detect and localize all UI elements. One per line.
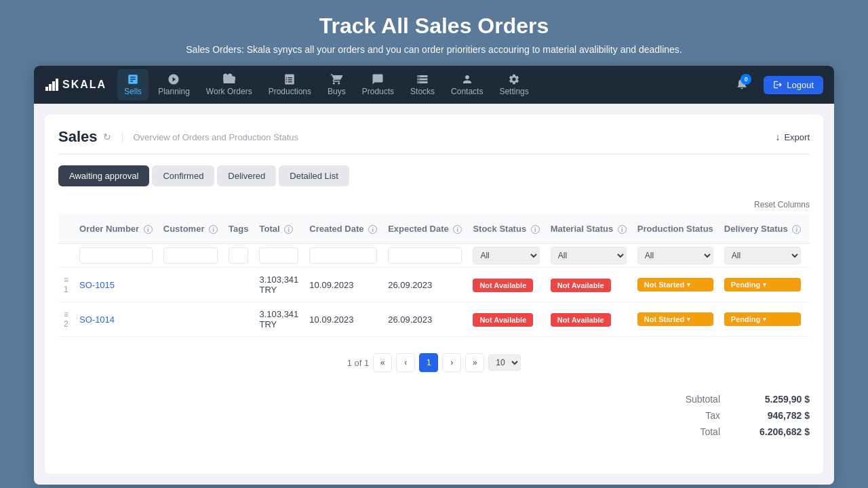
sales-header: Sales ↻ Overview of Orders and Productio…	[58, 128, 810, 155]
nav-item-contacts[interactable]: Contacts	[444, 69, 490, 100]
nav-item-work-orders[interactable]: Work Orders	[199, 69, 259, 100]
total-info-icon[interactable]: i	[284, 225, 293, 234]
export-icon: ↓	[775, 131, 780, 142]
tab-confirmed[interactable]: Confirmed	[152, 165, 214, 186]
col-delivery-status: Delivery Status i	[719, 214, 807, 244]
tab-detailed-list[interactable]: Detailed List	[279, 165, 349, 186]
col-order-number: Order Number i	[74, 214, 158, 244]
pagination: 1 of 1 « ‹ 1 › » 10 25 50	[58, 353, 810, 372]
delivery-status-info-icon[interactable]: i	[792, 225, 801, 234]
filter-stock-status[interactable]: All	[473, 247, 539, 264]
nav-item-stocks[interactable]: Stocks	[403, 69, 441, 100]
table-row: ≡ 2 SO-1014 3.103,341 TRY 10.09.2023 26.…	[58, 302, 810, 337]
svg-rect-1	[49, 84, 52, 91]
total-cell-0: 3.103,341 TRY	[254, 268, 304, 302]
logout-button[interactable]: Logout	[764, 76, 823, 94]
next-page-button[interactable]: ›	[442, 353, 461, 372]
tab-awaiting-approval[interactable]: Awaiting approval	[58, 165, 149, 186]
col-total: Total i	[254, 214, 304, 244]
table-body: ≡ 1 SO-1015 3.103,341 TRY 10.09.2023 26.…	[58, 268, 810, 337]
filter-order-number[interactable]	[79, 247, 153, 264]
created-date-info-icon[interactable]: i	[368, 225, 377, 234]
production-status-badge-0[interactable]: Not Started ▾	[637, 278, 713, 291]
svg-rect-2	[52, 81, 55, 91]
nav-item-planning[interactable]: Planning	[151, 69, 197, 100]
customer-cell-1	[158, 302, 223, 337]
production-status-cell-1: Not Started ▾	[632, 302, 719, 337]
stock-status-info-icon[interactable]: i	[531, 225, 540, 234]
total-value: 6.206,682 $	[742, 426, 810, 437]
filter-delivery-status[interactable]: All	[724, 247, 802, 264]
total-label: Total	[700, 426, 720, 437]
nav-productions-label: Productions	[269, 87, 311, 96]
tags-cell-1	[223, 302, 254, 337]
order-link-SO-1015[interactable]: SO-1015	[79, 280, 115, 290]
filter-total[interactable]	[259, 247, 298, 264]
col-handle	[58, 214, 74, 244]
col-production-status: Production Status	[632, 214, 719, 244]
customer-info-icon[interactable]: i	[209, 225, 218, 234]
filter-expected-date[interactable]	[388, 247, 462, 264]
orders-table: Order Number i Customer i Tags Total i	[58, 214, 810, 337]
notification-bell[interactable]: 0	[731, 73, 753, 97]
filter-material-status[interactable]: All	[551, 247, 627, 264]
created-date-cell-1: 10.09.2023	[304, 302, 382, 337]
navbar: skala Sells Planning Work Orders Product…	[34, 66, 834, 104]
app-logo: skala	[45, 78, 106, 92]
nav-item-products[interactable]: Products	[355, 69, 401, 100]
nav-contacts-label: Contacts	[451, 87, 483, 96]
production-status-cell-0: Not Started ▾	[632, 268, 719, 302]
nav-item-settings[interactable]: Settings	[492, 69, 535, 100]
tax-value: 946,782 $	[742, 410, 810, 421]
tags-cell-0	[223, 268, 254, 302]
order-number-cell-0: SO-1015	[74, 268, 158, 302]
page-size-select[interactable]: 10 25 50	[488, 354, 521, 371]
expected-date-info-icon[interactable]: i	[453, 225, 462, 234]
export-button[interactable]: ↓ Export	[775, 131, 810, 142]
reset-columns-button[interactable]: Reset Columns	[58, 200, 810, 209]
page-1-button[interactable]: 1	[419, 353, 438, 372]
page-subtitle: Sales Orders: Skala synycs all your orde…	[14, 44, 854, 55]
nav-stocks-label: Stocks	[410, 87, 435, 96]
total-row: Total 6.206,682 $	[700, 426, 810, 437]
row-handle: ≡ 1	[58, 268, 74, 302]
customer-cell-0	[158, 268, 223, 302]
filter-production-status[interactable]: All	[637, 247, 713, 264]
stock-status-cell-0: Not Available	[467, 268, 545, 302]
nav-item-sells[interactable]: Sells	[117, 69, 149, 100]
col-created-date: Created Date i	[304, 214, 382, 244]
order-number-info-icon[interactable]: i	[144, 225, 153, 234]
row-handle: ≡ 2	[58, 302, 74, 337]
notification-count: 0	[741, 74, 751, 85]
col-invoice-status: Invoice Status +	[806, 214, 810, 244]
table-header-row: Order Number i Customer i Tags Total i	[58, 214, 810, 244]
prev-page-button[interactable]: ‹	[396, 353, 415, 372]
sales-title: Sales	[58, 128, 98, 146]
filter-tags[interactable]	[229, 247, 248, 264]
delivery-status-badge-1[interactable]: Pending ▾	[724, 312, 802, 326]
filter-created-date[interactable]	[309, 247, 377, 264]
page-title: Track All Sales Orders	[14, 14, 854, 39]
stock-status-badge-1: Not Available	[473, 313, 533, 327]
filter-customer[interactable]	[163, 247, 218, 264]
table-row: ≡ 1 SO-1015 3.103,341 TRY 10.09.2023 26.…	[58, 268, 810, 302]
last-page-button[interactable]: »	[465, 353, 484, 372]
logout-label: Logout	[787, 80, 814, 90]
order-number-cell-1: SO-1014	[74, 302, 158, 337]
tax-row: Tax 946,782 $	[705, 410, 810, 421]
delivery-status-badge-0[interactable]: Pending ▾	[724, 278, 802, 291]
tab-bar: Awaiting approval Confirmed Delivered De…	[58, 165, 810, 186]
refresh-icon[interactable]: ↻	[103, 131, 111, 142]
production-status-badge-1[interactable]: Not Started ▾	[637, 312, 713, 326]
nav-item-productions[interactable]: Productions	[262, 69, 318, 100]
tab-delivered[interactable]: Delivered	[217, 165, 276, 186]
subtotal-row: Subtotal 5.259,90 $	[686, 394, 810, 405]
first-page-button[interactable]: «	[373, 353, 392, 372]
nav-item-buys[interactable]: Buys	[321, 69, 353, 100]
material-status-info-icon[interactable]: i	[618, 225, 627, 234]
expected-date-cell-1: 26.09.2023	[382, 302, 467, 337]
main-content: Sales ↻ Overview of Orders and Productio…	[45, 115, 823, 474]
material-status-badge-0: Not Available	[551, 279, 611, 292]
order-link-SO-1014[interactable]: SO-1014	[79, 314, 115, 325]
nav-products-label: Products	[362, 87, 394, 96]
